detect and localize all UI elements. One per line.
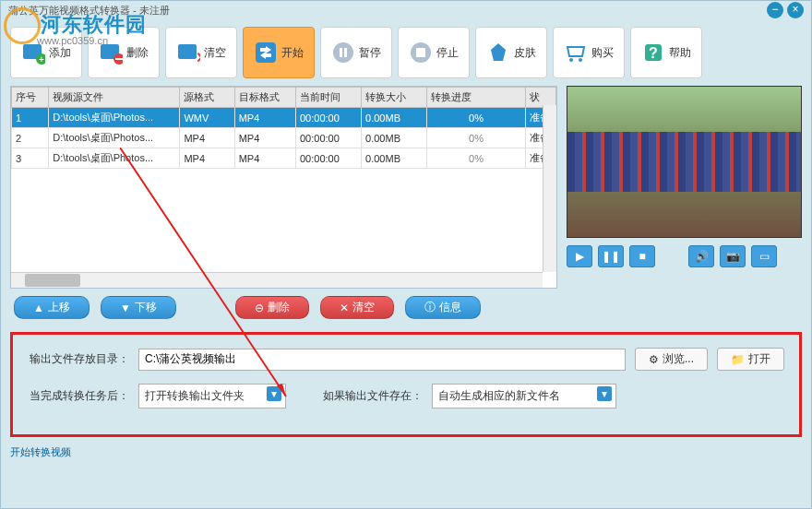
svg-text:✕: ✕ [196,50,200,65]
start-button[interactable]: 开始 [243,27,315,78]
svg-rect-11 [344,48,347,57]
file-list-panel: 序号 视频源文件 源格式 目标格式 当前时间 转换大小 转换进度 状 1D:\t… [10,86,557,289]
clear-list-button[interactable]: ✕清空 [320,296,394,319]
status-bar: 开始转换视频 [1,443,811,462]
volume-icon[interactable]: 🔊 [688,245,714,267]
open-button[interactable]: 📁打开 [717,348,784,371]
svg-point-9 [333,42,353,63]
svg-rect-6 [178,44,197,59]
file-exists-select[interactable]: 自动生成相应的新文件名 [432,384,616,408]
stop-button[interactable]: 停止 [398,27,470,78]
after-convert-select[interactable]: 打开转换输出文件夹 [138,384,286,408]
table-row[interactable]: 2D:\tools\桌面\Photos...MP4MP400:00:000.00… [12,128,556,148]
col-index[interactable]: 序号 [12,88,49,108]
up-arrow-icon: ▲ [33,302,44,314]
svg-rect-13 [416,48,425,57]
move-up-button[interactable]: ▲上移 [14,296,90,319]
col-tfmt[interactable]: 目标格式 [234,88,295,108]
col-size[interactable]: 转换大小 [362,88,427,108]
svg-point-14 [569,58,573,62]
delete-item-button[interactable]: ⊖删除 [235,296,309,319]
table-row[interactable]: 1D:\tools\桌面\Photos...WMVMP400:00:000.00… [12,108,556,128]
x-icon: ✕ [340,302,349,314]
col-time[interactable]: 当前时间 [296,88,362,108]
clear-button[interactable]: ✕清空 [165,27,237,78]
col-sfmt[interactable]: 源格式 [180,88,234,108]
browse-button[interactable]: ⚙浏览... [635,348,708,371]
svg-rect-10 [340,48,342,57]
scrollbar-thumb[interactable] [25,274,80,287]
col-source[interactable]: 视频源文件 [49,88,180,108]
vertical-scrollbar[interactable] [543,105,556,272]
video-preview[interactable] [567,86,802,238]
svg-text:?: ? [649,45,658,61]
svg-point-15 [579,58,582,62]
output-dir-input[interactable] [138,349,626,371]
minimize-button[interactable]: − [767,2,783,18]
info-button[interactable]: ⓘ信息 [405,296,481,319]
watermark-url: www.pc0359.cn [37,35,108,46]
skin-button[interactable]: 皮肤 [475,27,547,78]
pause-button[interactable]: 暂停 [320,27,392,78]
output-dir-label: 输出文件存放目录： [28,351,129,367]
help-button[interactable]: ?帮助 [630,27,702,78]
output-settings-panel: 输出文件存放目录： ⚙浏览... 📁打开 当完成转换任务后： 打开转换输出文件夹… [10,332,802,437]
horizontal-scrollbar[interactable] [11,272,543,288]
gear-icon: ⚙ [649,353,659,366]
folder-icon: 📁 [731,353,745,366]
col-prog[interactable]: 转换进度 [427,88,526,108]
buy-button[interactable]: 购买 [553,27,625,78]
pause-icon[interactable]: ❚❚ [598,245,624,267]
down-arrow-icon: ▼ [120,302,131,314]
info-icon: ⓘ [424,300,436,315]
after-convert-label: 当完成转换任务后： [28,388,129,404]
svg-text:+: + [39,54,44,65]
move-down-button[interactable]: ▼下移 [101,296,176,319]
file-exists-label: 如果输出文件存在： [323,388,423,404]
play-icon[interactable]: ▶ [567,245,592,267]
snapshot-icon[interactable]: 📷 [720,245,746,267]
stop-icon[interactable]: ■ [629,245,655,267]
close-button[interactable]: × [787,2,804,18]
table-row[interactable]: 3D:\tools\桌面\Photos...MP4MP400:00:000.00… [12,148,556,169]
minus-icon: ⊖ [255,302,264,314]
svg-rect-5 [115,58,123,60]
fullscreen-icon[interactable]: ▭ [751,245,777,267]
list-operations: ▲上移 ▼下移 ⊖删除 ✕清空 ⓘ信息 [1,289,811,326]
file-table[interactable]: 序号 视频源文件 源格式 目标格式 当前时间 转换大小 转换进度 状 1D:\t… [11,87,556,169]
